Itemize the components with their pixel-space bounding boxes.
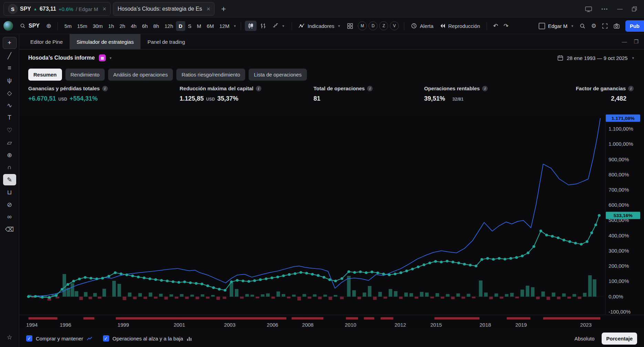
close-tab-icon[interactable]: ×: [207, 6, 210, 13]
drawing-tool-button[interactable]: T: [3, 112, 16, 123]
info-icon[interactable]: i: [256, 86, 261, 91]
long-short-toggle[interactable]: ✓ Operaciones al alza y a la baja: [103, 335, 192, 341]
user-avatar[interactable]: [3, 21, 13, 31]
percent-button[interactable]: Porcentaje: [602, 333, 637, 345]
timeframe-button[interactable]: 5m: [62, 21, 74, 31]
layout-letter-button[interactable]: M: [358, 21, 367, 30]
snapshot-camera-icon[interactable]: [613, 23, 620, 29]
layout-menu[interactable]: Edgar M ▾: [539, 23, 574, 29]
report-tab-pill[interactable]: Lista de operaciones: [249, 69, 307, 81]
report-tab-pill[interactable]: Resumen: [28, 69, 62, 81]
redo-button[interactable]: ↷: [501, 21, 511, 31]
drawing-tool-button[interactable]: ψ: [3, 75, 16, 86]
drawing-tool-button[interactable]: ∿: [3, 100, 16, 111]
info-icon[interactable]: i: [367, 86, 373, 91]
info-icon[interactable]: i: [102, 86, 108, 91]
drawing-tool-button[interactable]: ✎: [3, 174, 16, 185]
info-icon[interactable]: i: [482, 86, 488, 91]
stat-sub-small: 32/81: [453, 96, 464, 102]
checkbox-checked-icon[interactable]: ✓: [103, 335, 109, 341]
layout-letter-button[interactable]: V: [390, 21, 399, 30]
publish-button[interactable]: Pub: [625, 20, 644, 32]
svg-text:600,00%: 600,00%: [609, 203, 629, 208]
drawing-tool-button[interactable]: ∩: [3, 162, 16, 173]
timeframe-button[interactable]: 30m: [90, 21, 105, 31]
chevron-down-icon[interactable]: ▾: [233, 24, 237, 28]
drawing-tool-button[interactable]: ⊕: [3, 149, 16, 161]
favorites-star-icon[interactable]: ☆: [3, 331, 16, 343]
svg-text:400,00%: 400,00%: [609, 233, 629, 238]
stat-value: 81: [313, 95, 320, 102]
browser-tab-spy[interactable]: S SPY ▲ 673,11 +0.6% / Edgar M ×: [3, 2, 111, 16]
restore-window-button[interactable]: [632, 6, 637, 12]
drawing-tool-button[interactable]: ▱: [3, 137, 16, 148]
timeframe-button[interactable]: 12M: [217, 21, 232, 31]
symbol-search[interactable]: SPY: [17, 23, 43, 29]
layout-grid-button[interactable]: [344, 21, 356, 31]
panel-tab[interactable]: Editor de Pine: [23, 34, 70, 49]
timeframe-button[interactable]: 1h: [105, 21, 117, 31]
panel-minimize-icon[interactable]: —: [622, 39, 627, 45]
panel-maximize-icon[interactable]: ❐: [634, 39, 638, 45]
add-symbol-icon[interactable]: ⊕: [44, 21, 54, 31]
svg-text:200,00%: 200,00%: [609, 263, 629, 269]
drawing-tool-button[interactable]: ⊘: [3, 199, 16, 210]
buy-hold-toggle[interactable]: ✓ Comprar y mantener: [26, 335, 93, 341]
timeframe-button[interactable]: 15m: [74, 21, 90, 31]
quick-search-icon[interactable]: [580, 23, 585, 29]
indicators-button[interactable]: Indicadores ▾: [296, 21, 344, 31]
timeframe-button[interactable]: 2h: [117, 21, 128, 31]
undo-button[interactable]: ↶: [491, 21, 500, 31]
timeframe-button[interactable]: 12h: [162, 21, 176, 31]
candles-style-button[interactable]: [245, 21, 257, 31]
absolute-button[interactable]: Absoluto: [570, 333, 599, 345]
drawing-tool-button[interactable]: ⌫: [3, 224, 16, 235]
browser-tab-report[interactable]: Hosoda’s Clouds: estrategia de Es ×: [113, 2, 215, 16]
drawing-tool-button[interactable]: ∞: [3, 211, 16, 223]
drawing-tool-button[interactable]: ◇: [3, 87, 16, 99]
stat-label: Operaciones rentables: [424, 85, 480, 91]
chevron-down-icon[interactable]: ▾: [108, 56, 113, 60]
strategy-script-icon[interactable]: ▦: [99, 54, 106, 61]
timeframe-button[interactable]: M: [194, 21, 204, 31]
equity-chart-canvas[interactable]: 1994199619992001200320062008201020122015…: [19, 114, 644, 330]
panel-tab[interactable]: Simulador de estrategias: [70, 34, 141, 49]
checkbox-checked-icon[interactable]: ✓: [26, 335, 32, 341]
fullscreen-icon[interactable]: [602, 23, 608, 29]
timeframe-button[interactable]: D: [176, 21, 185, 31]
new-tab-button[interactable]: +: [221, 4, 226, 14]
info-icon[interactable]: i: [628, 86, 634, 91]
screens-icon[interactable]: [585, 6, 592, 12]
alert-button[interactable]: Alerta: [408, 21, 436, 31]
svg-text:2018: 2018: [479, 323, 491, 328]
more-options-button[interactable]: •••: [601, 7, 608, 12]
bar-style-button[interactable]: [257, 21, 269, 31]
drawing-tool-button[interactable]: ⊔: [3, 186, 16, 198]
timeframe-button[interactable]: 8h: [150, 21, 162, 31]
layout-letter-button[interactable]: D: [368, 21, 377, 30]
timeframe-button[interactable]: 6h: [139, 21, 150, 31]
close-tab-icon[interactable]: ×: [103, 6, 106, 13]
replay-button[interactable]: Reproducción: [437, 21, 483, 31]
divider: [404, 22, 404, 30]
timeframe-button[interactable]: 4h: [128, 21, 139, 31]
stat-value: +6.670,51: [28, 95, 56, 102]
drawing-tool-button[interactable]: ╱: [3, 50, 16, 61]
report-tab-pill[interactable]: Análisis de operaciones: [108, 69, 173, 81]
svg-text:2015: 2015: [430, 323, 442, 328]
drawing-tool-button[interactable]: +: [3, 37, 17, 49]
report-tab-pill[interactable]: Rendimiento: [65, 69, 105, 81]
layout-name: Edgar M: [548, 23, 568, 29]
line-break-style-button[interactable]: ▾: [270, 21, 288, 31]
report-tab-pill[interactable]: Ratios riesgo/rendimiento: [176, 69, 245, 81]
equity-chart[interactable]: 1994199619992001200320062008201020122015…: [19, 114, 644, 330]
date-range-picker[interactable]: 28 ene 1993 — 9 oct 2025 ▾: [557, 55, 635, 61]
minimize-window-button[interactable]: —: [617, 6, 623, 12]
drawing-tool-button[interactable]: ♡: [3, 124, 16, 136]
layout-letter-button[interactable]: Z: [379, 21, 388, 30]
panel-tab[interactable]: Panel de trading: [141, 34, 192, 49]
drawing-tool-button[interactable]: ≡: [3, 62, 16, 74]
timeframe-button[interactable]: S: [185, 21, 194, 31]
timeframe-button[interactable]: 6M: [204, 21, 217, 31]
settings-gear-icon[interactable]: ⚙: [591, 22, 596, 30]
